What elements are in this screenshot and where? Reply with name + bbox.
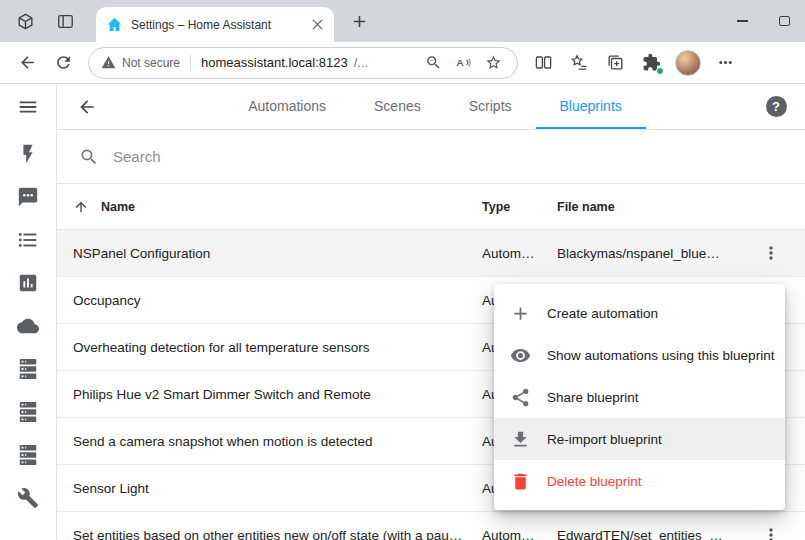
menu-item-label: Re-import blueprint	[547, 432, 662, 447]
row-name: Set entities based on other entities new…	[73, 528, 482, 540]
kebab-icon	[761, 525, 781, 540]
menu-item-label: Delete blueprint	[547, 474, 642, 489]
sort-ascending-icon[interactable]	[73, 199, 101, 215]
menu-item-delete-blueprint[interactable]: Delete blueprint	[494, 460, 785, 502]
workspaces-icon[interactable]	[10, 6, 40, 36]
row-name: Occupancy	[73, 293, 482, 308]
row-type: Autom…	[482, 528, 557, 540]
profile-avatar[interactable]	[675, 50, 701, 76]
sidebar-item-addon-2[interactable]	[16, 400, 40, 424]
row-overflow-button[interactable]	[751, 233, 791, 273]
security-label[interactable]: Not secure	[122, 56, 180, 70]
home-assistant-favicon	[106, 16, 123, 33]
tab-label: Blueprints	[560, 98, 622, 114]
maximize-button[interactable]	[763, 0, 805, 42]
row-name: Send a camera snapshot when motion is de…	[73, 434, 482, 449]
energy-icon	[17, 143, 39, 165]
favorite-star-icon[interactable]	[481, 51, 505, 75]
column-header-file[interactable]: File name	[557, 200, 737, 214]
sidebar-item-developer-tools[interactable]	[16, 486, 40, 510]
tab-close-icon[interactable]	[308, 16, 326, 34]
menu-item-reimport-blueprint[interactable]: Re-import blueprint	[494, 418, 785, 460]
sidebar-item-energy[interactable]	[16, 142, 40, 166]
row-name: Philips Hue v2 Smart Dimmer Switch and R…	[73, 387, 482, 402]
warning-icon	[101, 55, 116, 70]
minimize-button[interactable]	[721, 0, 763, 42]
search-bar[interactable]: Search	[57, 130, 805, 184]
row-name: NSPanel Configuration	[73, 246, 482, 261]
address-divider	[190, 55, 191, 71]
menu-item-show-automations[interactable]: Show automations using this blueprint	[494, 334, 785, 376]
window-controls	[721, 0, 805, 42]
page-back-button[interactable]	[67, 87, 107, 127]
menu-item-label: Create automation	[547, 306, 658, 321]
collections-icon[interactable]	[598, 46, 632, 80]
read-aloud-icon[interactable]: A	[451, 51, 475, 75]
hamburger-menu-icon[interactable]	[0, 84, 56, 130]
tab-automations[interactable]: Automations	[224, 84, 350, 129]
developer-tools-icon	[17, 487, 39, 509]
url-path: /...	[354, 55, 368, 70]
plus-icon	[510, 303, 531, 324]
row-name: Sensor Light	[73, 481, 482, 496]
tab-actions-icon[interactable]	[50, 6, 80, 36]
addon-icon	[17, 401, 39, 423]
help-button[interactable]: ?	[763, 94, 789, 120]
back-icon	[77, 97, 97, 117]
row-type: Autom…	[482, 246, 557, 261]
browser-tab[interactable]: Settings – Home Assistant	[96, 7, 334, 42]
back-icon	[18, 53, 37, 72]
favorites-bar-icon[interactable]	[562, 46, 596, 80]
tab-scripts[interactable]: Scripts	[445, 84, 536, 129]
table-header: Name Type File name	[57, 184, 805, 230]
back-button[interactable]	[10, 46, 44, 80]
url-host: homeassistant.local:8123	[201, 55, 348, 70]
sidebar-item-cloud[interactable]	[16, 314, 40, 338]
addon-icon	[17, 358, 39, 380]
share-icon	[510, 387, 531, 408]
column-header-name[interactable]: Name	[101, 200, 482, 214]
sidebar-item-assist[interactable]	[16, 185, 40, 209]
download-icon	[510, 429, 531, 450]
browser-essentials-icon[interactable]	[634, 46, 668, 80]
zoom-out-icon[interactable]	[421, 51, 445, 75]
table-row[interactable]: NSPanel Configuration Autom… Blackymas/n…	[57, 230, 805, 277]
tab-label: Scenes	[374, 98, 421, 114]
sidebar-item-addon-3[interactable]	[16, 443, 40, 467]
browser-navbar: Not secure homeassistant.local:8123 /...…	[0, 42, 805, 84]
todo-list-icon	[17, 229, 39, 251]
tab-blueprints[interactable]: Blueprints	[536, 84, 646, 129]
context-menu: Create automation Show automations using…	[494, 284, 785, 510]
tab-scenes[interactable]: Scenes	[350, 84, 445, 129]
column-header-type[interactable]: Type	[482, 200, 557, 214]
menu-item-share-blueprint[interactable]: Share blueprint	[494, 376, 785, 418]
more-menu-icon[interactable]	[708, 46, 742, 80]
sidebar-item-todo[interactable]	[16, 228, 40, 252]
maximize-icon	[779, 16, 790, 26]
automation-tabs: Automations Scenes Scripts Blueprints	[107, 84, 763, 129]
search-icon	[79, 147, 99, 167]
assist-icon	[17, 186, 39, 208]
row-overflow-button[interactable]	[751, 515, 791, 540]
menu-item-label: Show automations using this blueprint	[547, 348, 774, 363]
sidebar	[0, 84, 57, 540]
browser-window: Settings – Home Assistant Not secure ho	[0, 0, 805, 540]
row-file: Blackymas/nspanel_blueprin…	[557, 246, 737, 261]
refresh-icon	[54, 53, 73, 72]
row-file: EdwardTEN/set_entities_bas…	[557, 528, 737, 540]
refresh-button[interactable]	[46, 46, 80, 80]
history-icon	[17, 272, 39, 294]
new-tab-button[interactable]	[344, 6, 374, 36]
status-dot	[656, 67, 664, 75]
tab-label: Scripts	[469, 98, 512, 114]
table-row[interactable]: Set entities based on other entities new…	[57, 512, 805, 540]
split-screen-icon[interactable]	[526, 46, 560, 80]
page-header: Automations Scenes Scripts Blueprints ?	[57, 84, 805, 130]
kebab-icon	[761, 243, 781, 263]
menu-item-create-automation[interactable]: Create automation	[494, 292, 785, 334]
address-bar[interactable]: Not secure homeassistant.local:8123 /...…	[88, 47, 518, 79]
sidebar-item-addon-1[interactable]	[16, 357, 40, 381]
sidebar-item-history[interactable]	[16, 271, 40, 295]
row-name: Overheating detection for all temperatur…	[73, 340, 482, 355]
search-input[interactable]: Search	[113, 148, 161, 165]
